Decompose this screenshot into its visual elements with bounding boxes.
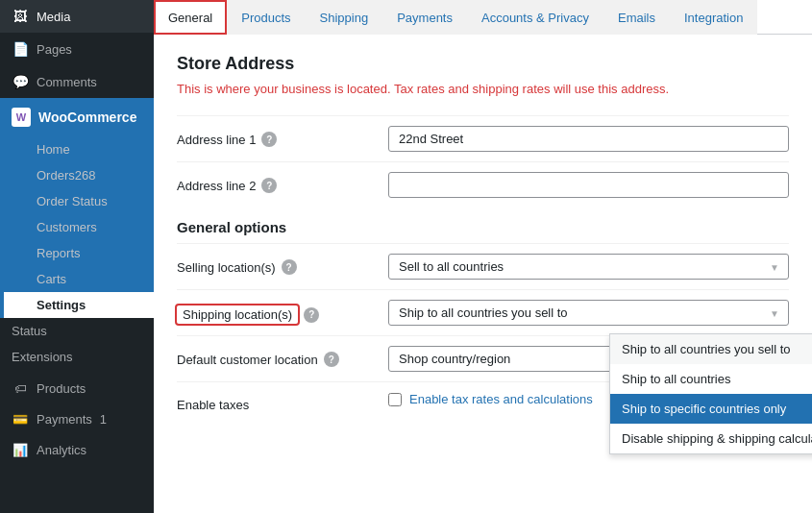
- shipping-location-select[interactable]: Ship to all countries you sell to Ship t…: [388, 300, 789, 326]
- sidebar-item-order-status[interactable]: Order Status: [0, 188, 154, 214]
- products-icon: 🏷: [12, 379, 29, 397]
- selling-location-row: Selling location(s) ? Sell to all countr…: [177, 243, 789, 289]
- shipping-location-help-icon[interactable]: ?: [304, 307, 319, 323]
- dropdown-option-disable-shipping[interactable]: Disable shipping & shipping calculations: [610, 424, 812, 453]
- address1-label: Address line 1: [177, 133, 256, 147]
- shipping-location-label: Shipping location(s): [177, 305, 298, 324]
- sidebar-item-carts[interactable]: Carts: [0, 266, 154, 292]
- content-area: Store Address This is where your busines…: [154, 35, 812, 513]
- sidebar-item-status[interactable]: Status: [0, 318, 154, 344]
- tab-shipping[interactable]: Shipping: [306, 0, 383, 35]
- tab-accounts-privacy[interactable]: Accounts & Privacy: [467, 0, 603, 35]
- address1-input[interactable]: [388, 126, 789, 152]
- sidebar-item-media[interactable]: 🖼 Media: [0, 0, 154, 33]
- sidebar-item-extensions[interactable]: Extensions: [0, 344, 154, 370]
- page-subtitle: This is where your business is located. …: [177, 82, 789, 96]
- sidebar-item-label: Pages: [37, 42, 72, 57]
- tab-emails[interactable]: Emails: [603, 0, 670, 35]
- sidebar-item-home[interactable]: Home: [0, 136, 154, 162]
- address2-input[interactable]: [388, 172, 789, 198]
- general-options-heading: General options: [177, 208, 789, 243]
- tab-integration[interactable]: Integration: [670, 0, 757, 35]
- shipping-location-row: Shipping location(s) ? Ship to all count…: [177, 289, 789, 335]
- pages-icon: 📄: [12, 40, 29, 58]
- orders-badge: 268: [75, 168, 96, 183]
- dropdown-option-ship-sell[interactable]: Ship to all countries you sell to: [610, 334, 812, 364]
- enable-taxes-checkbox-label: Enable tax rates and calculations: [409, 392, 593, 406]
- sidebar-section-products[interactable]: 🏷 Products: [0, 370, 154, 401]
- woocommerce-icon: W: [12, 108, 31, 127]
- enable-taxes-label: Enable taxes: [177, 398, 249, 412]
- address1-help-icon[interactable]: ?: [261, 132, 277, 147]
- sidebar-item-orders[interactable]: Orders 268: [0, 162, 154, 188]
- payments-badge: 1: [100, 412, 107, 427]
- dropdown-option-ship-specific[interactable]: Ship to specific countries only: [610, 394, 812, 424]
- tab-products[interactable]: Products: [227, 0, 305, 35]
- tab-general[interactable]: General: [154, 0, 227, 35]
- shipping-location-select-wrapper: Ship to all countries you sell to Ship t…: [388, 300, 789, 326]
- analytics-icon: 📊: [12, 441, 29, 458]
- dropdown-option-ship-all[interactable]: Ship to all countries: [610, 364, 812, 394]
- sidebar-section-payments[interactable]: 💳 Payments 1: [0, 401, 154, 431]
- sidebar-analytics-label: Analytics: [37, 443, 86, 457]
- address2-row: Address line 2 ? Ship to all countries y…: [177, 161, 789, 208]
- tabs-bar: General Products Shipping Payments Accou…: [154, 0, 812, 35]
- sidebar-payments-label: Payments: [37, 412, 92, 427]
- woocommerce-header[interactable]: W WooCommerce: [0, 98, 154, 136]
- main-content: General Products Shipping Payments Accou…: [154, 0, 812, 513]
- default-customer-label: Default customer location: [177, 353, 318, 367]
- page-title: Store Address: [177, 54, 789, 74]
- shipping-dropdown: Ship to all countries you sell to Ship t…: [609, 333, 812, 454]
- tab-payments[interactable]: Payments: [382, 0, 467, 35]
- address1-row: Address line 1 ?: [177, 115, 789, 161]
- selling-location-help-icon[interactable]: ?: [282, 259, 297, 275]
- selling-location-select-wrapper: Sell to all countries Sell to specific c…: [388, 254, 789, 280]
- sidebar-item-reports[interactable]: Reports: [0, 240, 154, 266]
- media-icon: 🖼: [12, 8, 29, 25]
- sidebar-item-settings[interactable]: Settings: [0, 292, 154, 318]
- sidebar-item-label: Comments: [37, 75, 97, 89]
- enable-taxes-checkbox[interactable]: [388, 393, 402, 406]
- sidebar-section-analytics[interactable]: 📊 Analytics: [0, 431, 154, 462]
- comments-icon: 💬: [12, 73, 29, 90]
- payments-icon: 💳: [12, 410, 29, 428]
- address2-help-icon[interactable]: ?: [261, 178, 277, 193]
- sidebar: 🖼 Media 📄 Pages 💬 Comments W WooCommerce…: [0, 0, 154, 513]
- woocommerce-label: WooCommerce: [38, 110, 136, 125]
- default-customer-help-icon[interactable]: ?: [324, 352, 339, 367]
- selling-location-label: Selling location(s): [177, 260, 276, 275]
- sidebar-products-label: Products: [37, 381, 86, 396]
- sidebar-item-customers[interactable]: Customers: [0, 214, 154, 240]
- sidebar-item-label: Media: [37, 10, 70, 24]
- selling-location-select[interactable]: Sell to all countries Sell to specific c…: [388, 254, 789, 280]
- address2-label: Address line 2: [177, 179, 256, 193]
- sidebar-item-comments[interactable]: 💬 Comments: [0, 65, 154, 98]
- sidebar-item-pages[interactable]: 📄 Pages: [0, 33, 154, 65]
